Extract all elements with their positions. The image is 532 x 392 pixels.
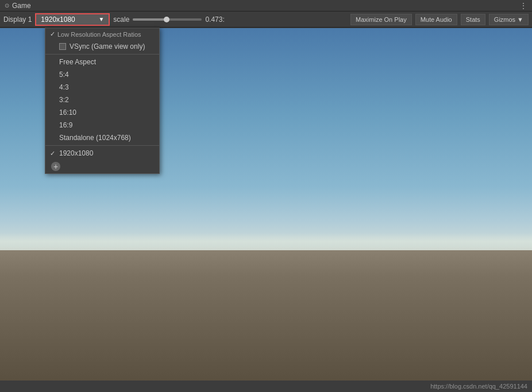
mute-audio-button[interactable]: Mute Audio <box>415 14 457 25</box>
scale-label: scale <box>113 15 129 24</box>
dropdown-item-16-9[interactable]: 16:9 <box>45 119 159 131</box>
title-bar-label: Game <box>12 2 31 10</box>
16-9-label: 16:9 <box>59 121 72 129</box>
watermark-text: https://blog.csdn.net/qq_42591144 <box>430 383 527 390</box>
resolution-button[interactable]: 1920x1080 ▼ <box>35 13 110 26</box>
dropdown-item-1920x1080[interactable]: 1920x1080 <box>45 147 159 160</box>
5-4-label: 5:4 <box>59 71 69 79</box>
dropdown-separator-2 <box>45 145 159 146</box>
horizon-glow <box>0 233 532 250</box>
standalone-label: Standalone (1024x768) <box>59 134 131 142</box>
4-3-label: 4:3 <box>59 83 69 91</box>
title-bar: ⊙ Game ⋮ <box>0 0 532 11</box>
dropdown-item-4-3[interactable]: 4:3 <box>45 81 159 94</box>
scale-slider-fill <box>133 18 165 21</box>
dropdown-item-low-res[interactable]: ✓ Low Resolution Aspect Ratios <box>45 28 159 40</box>
scale-slider[interactable] <box>133 18 202 21</box>
gizmos-button[interactable]: Gizmos ▼ <box>489 14 529 25</box>
dropdown-item-vsync[interactable]: VSync (Game view only) <box>45 40 159 53</box>
gizmos-label: Gizmos <box>494 16 515 23</box>
ground-terrain <box>0 250 532 381</box>
gizmos-arrow-icon: ▼ <box>517 16 523 23</box>
display-label: Display 1 <box>3 15 32 24</box>
resolution-dropdown[interactable]: 1920x1080 ▼ <box>35 13 110 26</box>
toolbar: Display 1 1920x1080 ▼ scale 0.473: Maxim… <box>0 11 532 28</box>
low-res-label: Low Resolution Aspect Ratios <box>57 31 141 38</box>
vsync-label: VSync (Game view only) <box>70 42 145 51</box>
add-icon: + <box>51 162 60 171</box>
dropdown-item-standalone[interactable]: Standalone (1024x768) <box>45 131 159 144</box>
scale-slider-thumb <box>164 17 169 22</box>
dropdown-item-3-2[interactable]: 3:2 <box>45 94 159 106</box>
dropdown-arrow-icon: ▼ <box>98 16 104 22</box>
more-options-icon[interactable]: ⋮ <box>519 1 527 10</box>
watermark: https://blog.csdn.net/qq_42591144 <box>430 383 527 390</box>
dropdown-item-add[interactable]: + <box>45 160 159 173</box>
scale-slider-container <box>133 18 202 21</box>
game-icon: ⊙ <box>5 2 9 9</box>
1920x1080-label: 1920x1080 <box>59 149 93 157</box>
stats-button[interactable]: Stats <box>461 14 485 25</box>
resolution-dropdown-menu: ✓ Low Resolution Aspect Ratios VSync (Ga… <box>45 28 160 174</box>
free-aspect-label: Free Aspect <box>59 58 96 66</box>
scale-value: 0.473: <box>205 15 224 24</box>
3-2-label: 3:2 <box>59 96 69 104</box>
16-10-label: 16:10 <box>59 108 76 117</box>
vsync-checkbox[interactable] <box>59 43 66 50</box>
resolution-value: 1920x1080 <box>41 15 75 24</box>
dropdown-item-5-4[interactable]: 5:4 <box>45 68 159 81</box>
dropdown-item-16-10[interactable]: 16:10 <box>45 106 159 119</box>
dropdown-item-free-aspect[interactable]: Free Aspect <box>45 56 159 68</box>
maximize-on-play-button[interactable]: Maximize On Play <box>350 14 412 25</box>
dropdown-separator-1 <box>45 54 159 55</box>
